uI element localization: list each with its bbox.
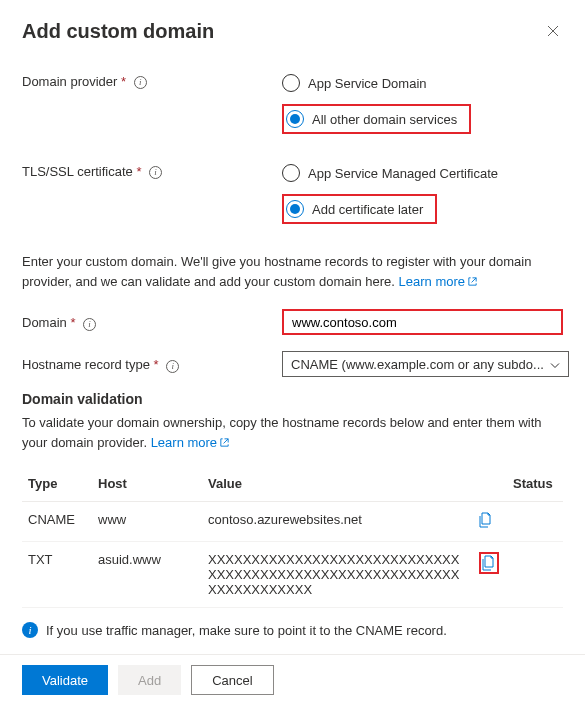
domain-provider-label: Domain provider [22,74,117,89]
cell-type: CNAME [22,502,92,542]
learn-more-link[interactable]: Learn more [399,274,478,289]
hostname-type-label: Hostname record type [22,357,150,372]
close-button[interactable] [543,20,563,44]
th-type: Type [22,466,92,502]
info-icon[interactable]: i [149,166,162,179]
radio-app-service-domain[interactable]: App Service Domain [282,72,563,94]
cancel-button[interactable]: Cancel [191,665,273,695]
required-asterisk: * [121,74,126,89]
info-icon[interactable]: i [134,76,147,89]
radio-add-cert-later[interactable]: Add certificate later [286,198,427,220]
copy-icon[interactable] [479,552,499,574]
external-link-icon [219,433,230,453]
hostname-records-table: Type Host Value Status CNAME www contoso… [22,466,563,608]
add-button: Add [118,665,181,695]
copy-icon[interactable] [479,512,493,528]
th-host: Host [92,466,202,502]
radio-all-other-domain[interactable]: All other domain services [286,108,461,130]
th-copy [473,466,507,502]
required-asterisk: * [154,357,159,372]
tls-cert-label: TLS/SSL certificate [22,164,133,179]
radio-label: App Service Managed Certificate [308,166,498,181]
domain-validation-heading: Domain validation [22,391,563,407]
domain-label: Domain [22,315,67,330]
radio-label: Add certificate later [312,202,423,217]
table-row: TXT asuid.www XXXXXXXXXXXXXXXXXXXXXXXXXX… [22,542,563,608]
domain-input[interactable] [282,309,563,335]
radio-icon [282,74,300,92]
cell-status [507,502,563,542]
validate-button[interactable]: Validate [22,665,108,695]
required-asterisk: * [136,164,141,179]
traffic-manager-notice: If you use traffic manager, make sure to… [46,623,447,638]
chevron-down-icon [550,357,560,372]
required-asterisk: * [70,315,75,330]
dialog-title: Add custom domain [22,20,214,43]
external-link-icon [467,272,478,292]
radio-icon [286,110,304,128]
info-badge-icon: i [22,622,38,638]
cell-status [507,542,563,608]
learn-more-link[interactable]: Learn more [151,435,230,450]
info-icon[interactable]: i [166,360,179,373]
info-icon[interactable]: i [83,318,96,331]
cell-value: XXXXXXXXXXXXXXXXXXXXXXXXXXXXXXXXXXXXXXXX… [202,542,473,608]
cell-host: www [92,502,202,542]
cell-value: contoso.azurewebsites.net [202,502,473,542]
radio-icon [286,200,304,218]
hostname-type-select[interactable]: CNAME (www.example.com or any subdo... [282,351,569,377]
radio-managed-cert[interactable]: App Service Managed Certificate [282,162,563,184]
th-value: Value [202,466,473,502]
cell-host: asuid.www [92,542,202,608]
radio-label: All other domain services [312,112,457,127]
radio-icon [282,164,300,182]
table-row: CNAME www contoso.azurewebsites.net [22,502,563,542]
validation-desc: To validate your domain ownership, copy … [22,413,563,452]
cell-type: TXT [22,542,92,608]
radio-label: App Service Domain [308,76,427,91]
th-status: Status [507,466,563,502]
domain-desc-text: Enter your custom domain. We'll give you… [22,252,563,291]
select-value: CNAME (www.example.com or any subdo... [291,357,544,372]
